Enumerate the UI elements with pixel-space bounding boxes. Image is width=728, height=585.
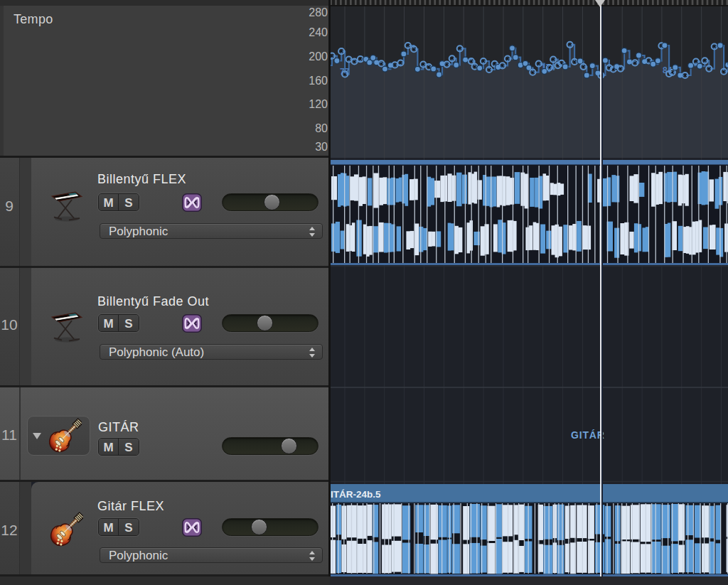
svg-text:ITÁR-24b.5: ITÁR-24b.5	[331, 489, 381, 500]
